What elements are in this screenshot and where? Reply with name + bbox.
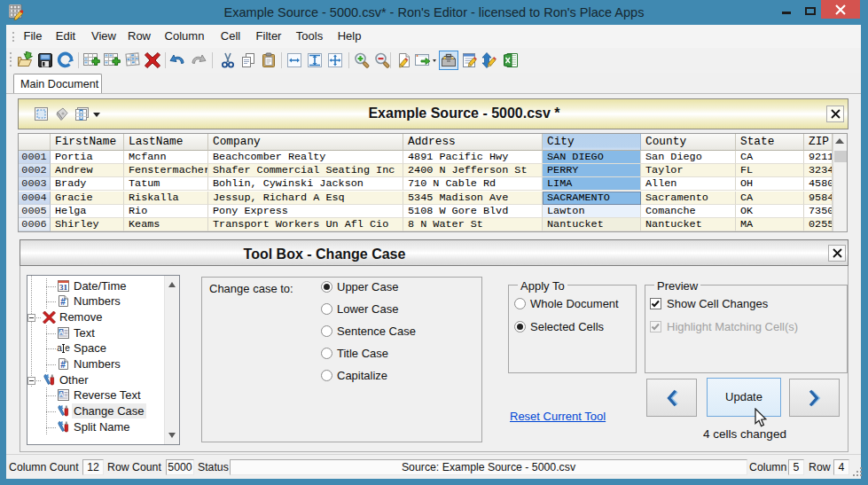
svg-text:A: A [59, 390, 64, 398]
svg-text:A: A [59, 328, 64, 336]
svg-text:#: # [60, 360, 66, 370]
svg-text:#: # [60, 297, 66, 307]
svg-text:e: e [65, 343, 70, 353]
svg-text:31: 31 [59, 283, 68, 292]
svg-text:a: a [57, 343, 62, 353]
